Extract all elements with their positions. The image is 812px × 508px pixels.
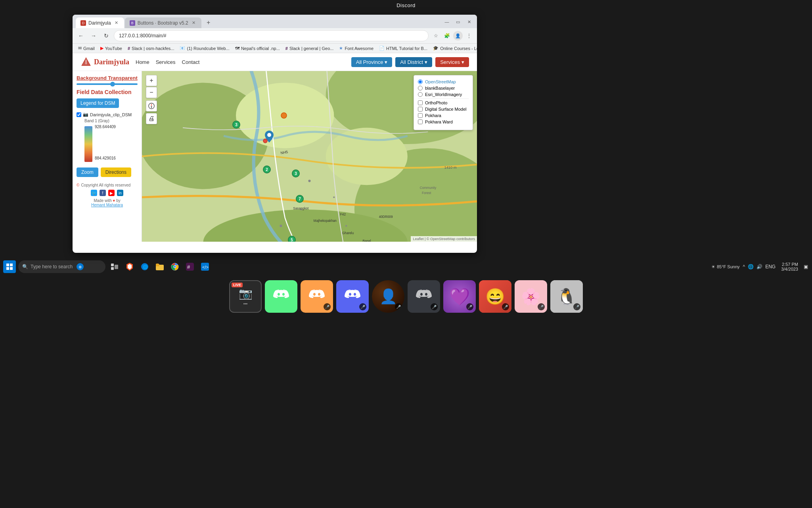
tab-close-darimjyula[interactable]: ✕ [113,20,119,26]
reload-button[interactable]: ↻ [101,31,111,41]
app-discord-orange[interactable]: 🎤 [301,280,333,313]
blank-label: blankBaselayer [425,86,455,90]
transparency-slider-track[interactable] [77,83,138,85]
restore-button[interactable]: ▭ [453,17,463,27]
app-discord-green[interactable] [265,280,297,313]
back-button[interactable]: ← [76,31,86,41]
browser-window: D Darimjyula ✕ B Buttons · Bootstrap v5.… [73,15,477,253]
ortho-label: OrthoPhoto [425,100,447,105]
brave-app[interactable] [123,260,136,273]
dropdown-province[interactable]: All Province ▾ [351,57,393,67]
dropdown-services[interactable]: Services ▾ [435,57,469,67]
bookmark-fontawesome[interactable]: ★ Font Awesome [337,45,376,52]
marker-orange[interactable] [281,112,287,120]
checkbox-dsm[interactable] [418,107,423,112]
forward-button[interactable]: → [88,31,99,41]
minimize-button[interactable]: — [442,17,452,27]
social-linkedin-icon[interactable]: in [117,190,123,196]
social-facebook-icon[interactable]: f [100,190,106,196]
start-button[interactable] [3,260,16,273]
sun-icon: ☀ [711,264,715,269]
tray-expand-icon[interactable]: ^ [742,263,746,270]
chrome-app[interactable] [168,260,182,273]
taskview-button[interactable] [108,260,121,273]
dropdown-district[interactable]: All District ▾ [395,57,432,67]
files-app[interactable] [153,260,167,273]
system-tray: ^ 🌐 🔊 ENG [742,263,777,270]
close-button[interactable]: ✕ [464,17,474,27]
slack-app[interactable]: # [183,260,197,273]
app-tux[interactable]: 🐧 🎤 [550,280,583,313]
map-container[interactable]: NH5 F42 40DR009 40DR014 [142,71,477,242]
time-display[interactable]: 2:57 PM 3/4/2023 [779,262,801,271]
legend-dsm-button[interactable]: Legend for DSM [77,98,119,108]
transparency-slider-thumb[interactable] [110,82,115,87]
bookmark-slack2[interactable]: # Slack | general | Geo... [283,45,336,52]
browser-menu-icon[interactable]: ⋮ [464,31,474,40]
profile-icon[interactable]: 👤 [453,31,463,40]
checkbox-pokhara-ward[interactable] [418,119,423,124]
new-tab-button[interactable]: + [204,18,213,27]
marker-green-3b[interactable]: 3 [292,169,300,177]
show-desktop-icon[interactable]: ▣ [803,263,809,270]
radio-blank[interactable] [418,86,423,90]
taskbar-search[interactable]: 🔍 Type here to search ⊕ [18,260,105,273]
tab-close-bootstrap[interactable]: ✕ [191,20,197,26]
zoom-out-button[interactable]: − [146,87,157,98]
browser-tab-active[interactable]: D Darimjyula ✕ [76,17,124,28]
discord-logo-4 [416,289,432,301]
browser-tab-bootstrap[interactable]: B Buttons · Bootstrap v5.2 ✕ [125,17,201,28]
layer-checkbox-dsm[interactable] [77,112,81,117]
search-app[interactable]: 🌐 [138,260,151,273]
marker-green-3[interactable]: 3 [232,121,240,129]
marker-green-7[interactable]: 7 [296,195,304,203]
lang-icon[interactable]: ENG [764,263,776,270]
svg-text:Sasangkot: Sasangkot [293,207,309,210]
radio-osm[interactable] [418,79,423,84]
app-video-live[interactable]: LIVE 📷 ••• [229,280,262,313]
bookmark-nepal[interactable]: 🗺 Nepal's official .np... [233,45,282,52]
social-youtube-icon[interactable]: ▶ [108,190,115,196]
print-button[interactable]: 🖨 [146,113,157,124]
video-controls: ••• [243,302,248,306]
app-user1[interactable]: 👤 🎤 [372,280,404,313]
checkbox-ortho[interactable] [418,100,423,105]
nav-contact[interactable]: Contact [182,59,200,65]
network-icon[interactable]: 🌐 [747,263,755,270]
nav-home[interactable]: Home [136,59,149,65]
radio-esri[interactable] [418,92,423,97]
app-nezuko[interactable]: 🌸 🎤 [515,280,547,313]
author-link[interactable]: Hemant Mahatara [91,203,123,207]
marker-red-dot[interactable] [263,138,268,145]
zoom-in-button[interactable]: + [146,75,157,86]
app-discord-blue[interactable]: 🎤 [336,280,369,313]
app-purple-heart[interactable]: 💜 🎤 [443,280,476,313]
marker-green-2[interactable]: 2 [263,165,271,173]
address-bar[interactable] [114,30,429,41]
bookmark-youtube[interactable]: ▶ YouTube [98,45,124,52]
tab-favicon-darimjyula: D [80,20,86,26]
mute-badge-7: 🎤 [502,303,509,310]
bookmark-courses[interactable]: 🎓 Online Courses - Le... [431,45,477,52]
marker-green-5[interactable]: 5 [288,236,296,242]
extension-puzzle-icon[interactable]: 🧩 [442,31,452,40]
bookmark-roundcube[interactable]: 📧 (1) Roundcube Web... [177,45,232,52]
speaker-icon[interactable]: 🔊 [756,263,763,270]
directions-button[interactable]: Directions [101,167,131,177]
footer-author: Hemant Mahatara [77,203,138,207]
nav-services[interactable]: Services [156,59,176,65]
bookmark-gmail[interactable]: ✉ Gmail [76,45,97,52]
zoom-button[interactable]: Zoom [77,167,98,177]
mute-badge-5: 🎤 [431,303,438,310]
vscode-app[interactable]: </> [198,260,212,273]
heart-icon: ♥ [113,198,115,203]
checkbox-pokhara[interactable] [418,113,423,118]
social-twitter-icon[interactable]: 🐦 [91,190,97,196]
bookmark-star-icon[interactable]: ☆ [431,31,440,40]
nav-icons: ☆ 🧩 👤 ⋮ [431,31,474,40]
compass-button[interactable] [146,100,157,112]
app-luffy[interactable]: 😄 🎤 [479,280,511,313]
bookmark-slack[interactable]: # Slack | osm-hackfes... [125,45,177,52]
bookmark-html[interactable]: 📄 HTML Tutorial for B... [377,45,430,52]
app-discord-dark[interactable]: 🎤 [408,280,440,313]
